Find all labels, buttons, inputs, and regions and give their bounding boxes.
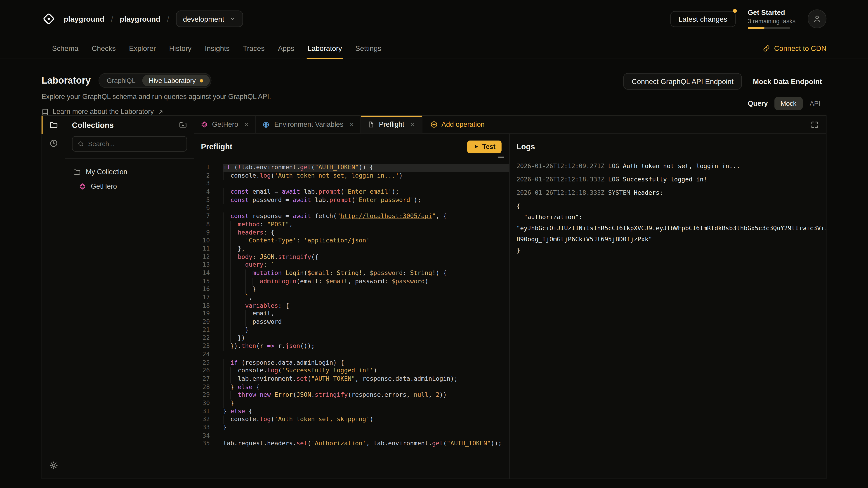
collection-folder[interactable]: My Collection: [65, 165, 194, 180]
code-line[interactable]: `,: [223, 294, 509, 302]
code-line[interactable]: password: [223, 318, 509, 326]
code-line[interactable]: 'Content-Type': 'application/json': [223, 237, 509, 245]
code-line[interactable]: }).then(r => r.json());: [223, 343, 509, 351]
breadcrumb-project[interactable]: playground: [120, 15, 160, 23]
line-number: 6: [194, 204, 210, 213]
code-line[interactable]: }: [223, 399, 509, 408]
line-number: 5: [194, 196, 210, 204]
line-number: 12: [194, 253, 210, 261]
fullscreen-icon[interactable]: [803, 116, 826, 133]
code-line[interactable]: },: [223, 245, 509, 253]
close-tab-icon[interactable]: ×: [410, 120, 415, 129]
code-line[interactable]: console.log('Auth token not set, loggin …: [223, 172, 509, 180]
tab-environment-variables[interactable]: Environment Variables×: [256, 116, 361, 133]
search-input[interactable]: [88, 140, 182, 148]
connect-cdn-link[interactable]: Connect to CDN: [763, 38, 827, 59]
nav-tab-settings[interactable]: Settings: [348, 38, 388, 59]
get-started-widget[interactable]: Get Started 3 remaining tasks: [748, 9, 796, 29]
query-option-mock[interactable]: Mock: [774, 97, 802, 110]
hive-logo-icon[interactable]: [41, 11, 56, 26]
tab-preflight[interactable]: Preflight×: [361, 116, 422, 133]
code-line[interactable]: mutation Login($email: String!, $passwor…: [223, 269, 509, 278]
code-line[interactable]: throw new Error(JSON.stringify(response.…: [223, 391, 509, 399]
tab-gethero[interactable]: GetHero×: [194, 116, 256, 133]
line-number: 31: [194, 408, 210, 416]
close-tab-icon[interactable]: ×: [244, 120, 249, 129]
code-line[interactable]: } else {: [223, 383, 509, 391]
settings-rail-button[interactable]: [42, 456, 65, 474]
latest-changes-button[interactable]: Latest changes: [670, 11, 736, 27]
code-line[interactable]: adminLogin(email: $email, password: $pas…: [223, 278, 509, 286]
breadcrumb: playground / playground / development: [41, 11, 243, 27]
code-line[interactable]: body: JSON.stringify({: [223, 253, 509, 261]
code-line[interactable]: const email = await lab.prompt('Enter em…: [223, 188, 509, 196]
mock-data-endpoint-button[interactable]: Mock Data Endpoint: [748, 73, 827, 90]
nav-tab-apps[interactable]: Apps: [271, 38, 301, 59]
collections-title: Collections: [72, 121, 114, 129]
code-line[interactable]: } else {: [223, 408, 509, 416]
mode-option-hive-laboratory[interactable]: Hive Laboratory: [142, 75, 210, 86]
target-selector[interactable]: development: [176, 11, 243, 27]
collections-rail-button[interactable]: [42, 116, 65, 134]
line-number: 28: [194, 383, 210, 391]
fold-indicator[interactable]: [498, 157, 504, 158]
code-line[interactable]: method: "POST",: [223, 221, 509, 229]
collection-operation[interactable]: GetHero: [65, 179, 194, 194]
nav-tab-laboratory[interactable]: Laboratory: [301, 38, 348, 59]
nav-tab-traces[interactable]: Traces: [236, 38, 271, 59]
line-number: 19: [194, 310, 210, 318]
line-number: 13: [194, 261, 210, 269]
code-line[interactable]: [223, 432, 509, 440]
code-line[interactable]: }: [223, 286, 509, 294]
log-entry: 2026-01-26T12:12:18.333Z LOG Successfull…: [517, 175, 819, 185]
line-number: 33: [194, 424, 210, 432]
code-line[interactable]: }: [223, 326, 509, 334]
code-line[interactable]: [223, 351, 509, 359]
collections-search[interactable]: [72, 136, 187, 152]
code-line[interactable]: const response = await fetch("http://loc…: [223, 213, 509, 221]
code-line[interactable]: if (!lab.environment.get("AUTH_TOKEN")) …: [223, 164, 509, 172]
connect-graphql-endpoint-button[interactable]: Connect GraphQL API Endpoint: [623, 73, 742, 90]
line-number: 3: [194, 180, 210, 188]
code-line[interactable]: email,: [223, 310, 509, 318]
tab-label: Preflight: [379, 121, 404, 128]
nav-tab-checks[interactable]: Checks: [85, 38, 122, 59]
logs-title: Logs: [517, 142, 535, 151]
close-tab-icon[interactable]: ×: [349, 120, 354, 129]
mode-option-graphiql[interactable]: GraphiQL: [100, 75, 142, 86]
page-subtitle: Explore your GraphQL schema and run quer…: [41, 93, 271, 101]
tab-label: Environment Variables: [274, 121, 343, 128]
code-line[interactable]: variables: {: [223, 302, 509, 310]
plus-circle-icon: [430, 121, 438, 128]
code-editor[interactable]: 1234567891011121314151617181920212223242…: [194, 159, 509, 479]
test-button[interactable]: Test: [467, 140, 501, 153]
line-number: 8: [194, 221, 210, 229]
history-rail-button[interactable]: [42, 134, 65, 152]
add-operation-button[interactable]: Add operation: [422, 116, 492, 133]
new-collection-icon[interactable]: [179, 121, 187, 129]
code-line[interactable]: lab.environment.set("AUTH_TOKEN", respon…: [223, 375, 509, 383]
nav-tab-history[interactable]: History: [162, 38, 198, 59]
code-line[interactable]: console.log('Auth token set, skipping'): [223, 416, 509, 424]
code-line[interactable]: if (response.data.adminLogin) {: [223, 359, 509, 367]
learn-more-link[interactable]: Learn more about the Laboratory: [41, 108, 271, 116]
operation-label: GetHero: [91, 183, 117, 190]
code-line[interactable]: query: `: [223, 261, 509, 269]
code-line[interactable]: lab.request.headers.set('Authorization',…: [223, 440, 509, 448]
code-line[interactable]: [223, 180, 509, 188]
nav-tab-explorer[interactable]: Explorer: [122, 38, 162, 59]
avatar[interactable]: [808, 9, 827, 28]
line-number: 4: [194, 188, 210, 196]
code-line[interactable]: }): [223, 334, 509, 343]
nav-tab-insights[interactable]: Insights: [198, 38, 237, 59]
query-option-api[interactable]: API: [804, 97, 827, 110]
code-line[interactable]: console.log('Successfully logged in!'): [223, 367, 509, 375]
code-line[interactable]: headers: {: [223, 229, 509, 237]
code-line[interactable]: }: [223, 424, 509, 432]
graphql-icon: [79, 183, 86, 190]
code-line[interactable]: const password = await lab.prompt('Enter…: [223, 196, 509, 204]
code-line[interactable]: [223, 204, 509, 213]
breadcrumb-org[interactable]: playground: [64, 15, 104, 23]
nav-tab-schema[interactable]: Schema: [45, 38, 85, 59]
log-entry: "authorization":: [517, 213, 819, 222]
